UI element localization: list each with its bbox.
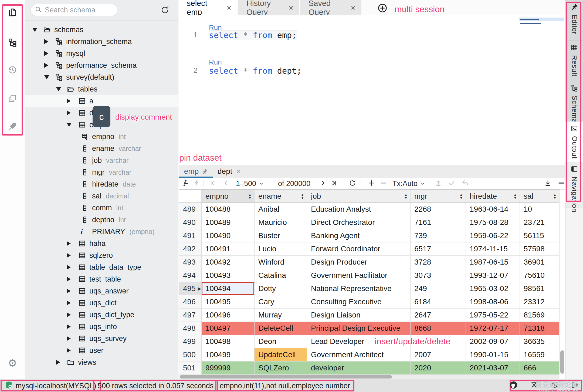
grid-cell[interactable]: 71318 <box>520 322 560 335</box>
grid-cell[interactable]: 98561 <box>520 282 560 295</box>
tree-item-performance_schema[interactable]: performance_schema <box>25 59 178 71</box>
grid-cell[interactable]: 3728 <box>411 256 466 269</box>
grid-cell[interactable]: Banking Agent <box>307 229 411 242</box>
panel-toggle-editor[interactable]: Editor <box>565 0 583 40</box>
row-header-494[interactable]: 494 <box>179 269 202 282</box>
chevron-right-icon[interactable] <box>67 277 71 282</box>
grid-cell[interactable]: National Representative <box>307 282 411 295</box>
grid-cell[interactable]: Mauricio <box>255 216 307 229</box>
row-header-489[interactable]: 489 <box>179 203 202 216</box>
tree-item-information_schema[interactable]: information_schema <box>25 36 178 48</box>
tree-item-uqs_dict_type[interactable]: uqs_dict_type <box>25 309 178 321</box>
tree-item-deptno[interactable]: deptnoint <box>25 214 178 226</box>
editor-tab-select-emp[interactable]: select emp× <box>179 0 237 15</box>
chevron-right-icon[interactable] <box>67 253 71 258</box>
grid-cell[interactable]: 36635 <box>520 335 560 348</box>
column-header-sal[interactable]: sal▲▼ <box>520 190 560 203</box>
tree-item-ename[interactable]: enamevarchar <box>25 143 178 154</box>
tree-item-sal[interactable]: saldecimal <box>25 190 178 202</box>
grid-cell[interactable]: 100499 <box>202 348 255 361</box>
run-statement-link[interactable]: Run <box>209 58 222 66</box>
grid-cell[interactable]: Anibal <box>255 203 307 216</box>
close-icon[interactable]: × <box>289 3 293 12</box>
next-page-button[interactable] <box>319 178 327 190</box>
grid-cell[interactable]: 249 <box>411 282 466 295</box>
grid-cell[interactable]: 2020 <box>411 361 466 375</box>
result-tab-emp[interactable]: emp <box>179 165 213 178</box>
grid-cell[interactable]: 2268 <box>411 203 466 216</box>
grid-cell[interactable]: Design Producer <box>307 256 411 269</box>
grid-cell[interactable]: 2647 <box>411 309 466 322</box>
row-header-496[interactable]: 496 <box>179 295 202 309</box>
close-icon[interactable]: × <box>226 3 231 12</box>
collapse-panel-button[interactable] <box>558 178 565 190</box>
chevron-right-icon[interactable] <box>67 348 71 353</box>
grid-cell[interactable]: Lucio <box>255 242 307 256</box>
grid-cell[interactable]: 999999 <box>202 361 255 375</box>
grid-cell[interactable]: 100497 <box>202 322 255 335</box>
tree-item-schemas[interactable]: schemas <box>25 24 178 36</box>
chevron-right-icon[interactable] <box>44 63 48 68</box>
rail-copy-button[interactable] <box>7 94 18 104</box>
chevron-right-icon[interactable] <box>56 360 60 365</box>
grid-cell[interactable]: Winford <box>255 256 307 269</box>
grid-cell[interactable]: 100493 <box>202 269 255 282</box>
grid-cell[interactable]: 100489 <box>202 216 255 229</box>
grid-cell[interactable]: 1975-08-28 <box>466 216 520 229</box>
sort-icon[interactable]: ▲▼ <box>248 193 252 199</box>
grid-horizontal-scrollbar[interactable] <box>179 375 560 379</box>
chevron-right-icon[interactable] <box>67 289 71 293</box>
code-line-2[interactable]: 2select * from dept; <box>179 66 565 76</box>
grid-cell[interactable]: 6184 <box>411 295 466 309</box>
commit-button[interactable] <box>448 178 456 190</box>
grid-cell[interactable]: Forward Coordinator <box>307 242 411 256</box>
chevron-right-icon[interactable] <box>44 39 48 44</box>
grid-cell[interactable]: 2021-03-07 <box>466 361 520 375</box>
grid-cell[interactable]: Direct Orchestrator <box>307 216 411 229</box>
grid-cell[interactable]: 100495 <box>202 295 255 309</box>
row-header-499[interactable]: 499 <box>179 335 202 348</box>
delete-row-button[interactable] <box>380 178 387 190</box>
grid-cell[interactable]: 57598 <box>520 242 560 256</box>
execute-button[interactable] <box>181 178 189 190</box>
grid-cell[interactable]: Design Liaison <box>307 309 411 322</box>
panel-toggle-navigation[interactable]: Navigation <box>565 162 583 208</box>
result-tab-dept[interactable]: dept× <box>213 165 245 178</box>
grid-cell[interactable]: 100494 <box>202 282 255 295</box>
tree-item-job[interactable]: jobvarchar <box>25 154 178 166</box>
tree-item-views[interactable]: views <box>25 356 178 368</box>
scrollbar-thumb[interactable] <box>180 375 392 379</box>
grid-cell[interactable]: UpdateCell <box>255 348 307 361</box>
tree-item-haha[interactable]: haha <box>25 238 178 249</box>
row-header-491[interactable]: 491 <box>179 229 202 242</box>
grid-cell[interactable]: 1975-05-22 <box>466 309 520 322</box>
code-line-1[interactable]: 1select * from emp; <box>179 31 565 41</box>
grid-cell[interactable]: Deon <box>255 335 307 348</box>
grid-cell[interactable]: 100488 <box>202 203 255 216</box>
grid-cell[interactable]: Consulting Executive <box>307 295 411 309</box>
grid-cell[interactable]: 1987-06-15 <box>466 256 520 269</box>
grid-cell[interactable]: 100498 <box>202 335 255 348</box>
column-header-hiredate[interactable]: hiredate▲▼ <box>466 190 520 203</box>
grid-cell[interactable]: 1972-07-17 <box>466 322 520 335</box>
prev-page-button[interactable] <box>222 178 230 190</box>
grid-cell[interactable]: 1998-08-06 <box>466 295 520 309</box>
new-tab-button[interactable] <box>377 3 388 13</box>
grid-cell[interactable]: Government Architect <box>307 348 411 361</box>
row-header-490[interactable]: 490 <box>179 216 202 229</box>
grid-cell[interactable]: 739 <box>411 229 466 242</box>
chevron-right-icon[interactable] <box>67 336 71 341</box>
editor-tab-history-query[interactable]: History Query× <box>238 0 299 15</box>
tree-item-hiredate[interactable]: hiredatedate <box>25 178 178 190</box>
tree-item-comm[interactable]: commint <box>25 202 178 214</box>
grid-cell[interactable]: 6517 <box>411 242 466 256</box>
tree-item-PRIMARY[interactable]: iPRIMARY(empno) <box>25 226 178 238</box>
grid-cell[interactable]: 23312 <box>520 295 560 309</box>
sort-icon[interactable]: ▲▼ <box>301 193 304 199</box>
grid-cell[interactable]: 1990-01-15 <box>466 348 520 361</box>
rail-plug-button[interactable] <box>7 121 18 132</box>
schema-search-input[interactable]: Search schema <box>30 4 117 16</box>
chevron-right-icon[interactable] <box>67 312 71 317</box>
grid-cell[interactable]: Education Analyst <box>307 203 411 216</box>
grid-cell[interactable]: Dotty <box>255 282 307 295</box>
